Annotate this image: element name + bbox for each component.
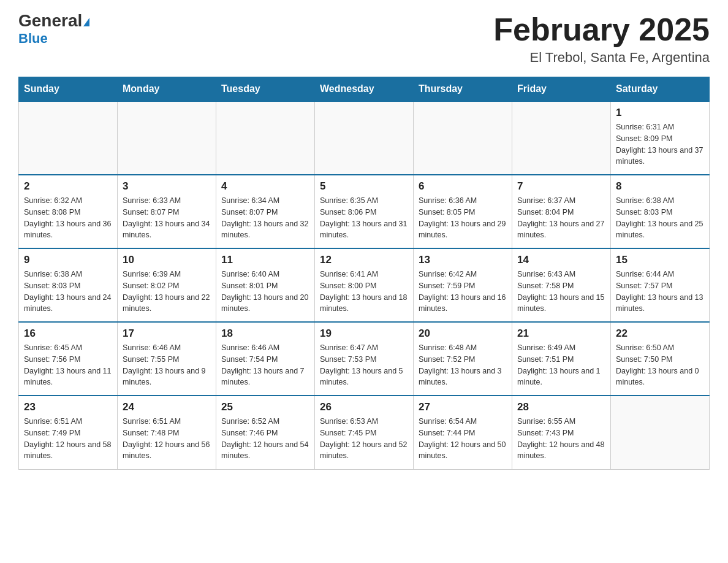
header-row: Sunday Monday Tuesday Wednesday Thursday… [19, 77, 710, 102]
title-block: February 2025 El Trebol, Santa Fe, Argen… [493, 12, 710, 66]
day-info: Sunrise: 6:49 AM Sunset: 7:51 PM Dayligh… [517, 342, 605, 388]
calendar-day-cell: 1Sunrise: 6:31 AM Sunset: 8:09 PM Daylig… [611, 101, 710, 175]
calendar-day-cell: 12Sunrise: 6:41 AM Sunset: 8:00 PM Dayli… [315, 248, 414, 322]
day-info: Sunrise: 6:32 AM Sunset: 8:08 PM Dayligh… [24, 195, 112, 241]
day-info: Sunrise: 6:41 AM Sunset: 8:00 PM Dayligh… [320, 269, 408, 315]
calendar-day-cell: 5Sunrise: 6:35 AM Sunset: 8:06 PM Daylig… [315, 175, 414, 248]
calendar-table: Sunday Monday Tuesday Wednesday Thursday… [18, 77, 710, 470]
logo: General Blue [18, 12, 89, 47]
day-number: 20 [419, 327, 507, 340]
day-number: 27 [419, 401, 507, 413]
day-number: 6 [419, 180, 507, 193]
day-number: 13 [419, 254, 507, 266]
calendar-day-cell: 27Sunrise: 6:54 AM Sunset: 7:44 PM Dayli… [414, 396, 512, 469]
calendar-day-cell: 16Sunrise: 6:45 AM Sunset: 7:56 PM Dayli… [19, 322, 118, 396]
calendar-day-cell [19, 101, 118, 175]
calendar-day-cell: 15Sunrise: 6:44 AM Sunset: 7:57 PM Dayli… [611, 248, 710, 322]
col-monday: Monday [118, 77, 216, 102]
day-info: Sunrise: 6:54 AM Sunset: 7:44 PM Dayligh… [419, 416, 507, 462]
day-info: Sunrise: 6:39 AM Sunset: 8:02 PM Dayligh… [123, 269, 211, 315]
day-info: Sunrise: 6:55 AM Sunset: 7:43 PM Dayligh… [517, 416, 605, 462]
day-info: Sunrise: 6:33 AM Sunset: 8:07 PM Dayligh… [123, 195, 211, 241]
calendar-day-cell: 10Sunrise: 6:39 AM Sunset: 8:02 PM Dayli… [118, 248, 216, 322]
day-number: 16 [24, 327, 112, 340]
col-friday: Friday [512, 77, 611, 102]
col-wednesday: Wednesday [315, 77, 414, 102]
col-thursday: Thursday [414, 77, 512, 102]
day-number: 24 [123, 401, 211, 413]
day-number: 11 [221, 254, 309, 266]
calendar-week-row: 16Sunrise: 6:45 AM Sunset: 7:56 PM Dayli… [19, 322, 710, 396]
calendar-title: February 2025 [493, 12, 710, 47]
calendar-day-cell: 13Sunrise: 6:42 AM Sunset: 7:59 PM Dayli… [414, 248, 512, 322]
calendar-day-cell [216, 101, 315, 175]
day-number: 5 [320, 180, 408, 193]
calendar-day-cell: 19Sunrise: 6:47 AM Sunset: 7:53 PM Dayli… [315, 322, 414, 396]
day-number: 15 [616, 254, 704, 266]
calendar-day-cell [611, 396, 710, 469]
calendar-day-cell: 2Sunrise: 6:32 AM Sunset: 8:08 PM Daylig… [19, 175, 118, 248]
calendar-header: Sunday Monday Tuesday Wednesday Thursday… [19, 77, 710, 102]
calendar-body: 1Sunrise: 6:31 AM Sunset: 8:09 PM Daylig… [19, 101, 710, 469]
day-info: Sunrise: 6:38 AM Sunset: 8:03 PM Dayligh… [616, 195, 704, 241]
calendar-day-cell: 17Sunrise: 6:46 AM Sunset: 7:55 PM Dayli… [118, 322, 216, 396]
day-info: Sunrise: 6:51 AM Sunset: 7:49 PM Dayligh… [24, 416, 112, 462]
logo-blue: Blue [18, 31, 48, 47]
calendar-day-cell: 26Sunrise: 6:53 AM Sunset: 7:45 PM Dayli… [315, 396, 414, 469]
day-number: 23 [24, 401, 112, 413]
day-info: Sunrise: 6:44 AM Sunset: 7:57 PM Dayligh… [616, 269, 704, 315]
day-info: Sunrise: 6:46 AM Sunset: 7:54 PM Dayligh… [221, 342, 309, 388]
logo-triangle-icon [83, 18, 89, 26]
day-info: Sunrise: 6:35 AM Sunset: 8:06 PM Dayligh… [320, 195, 408, 241]
calendar-day-cell: 14Sunrise: 6:43 AM Sunset: 7:58 PM Dayli… [512, 248, 611, 322]
day-number: 10 [123, 254, 211, 266]
calendar-day-cell: 25Sunrise: 6:52 AM Sunset: 7:46 PM Dayli… [216, 396, 315, 469]
day-info: Sunrise: 6:36 AM Sunset: 8:05 PM Dayligh… [419, 195, 507, 241]
calendar-day-cell: 9Sunrise: 6:38 AM Sunset: 8:03 PM Daylig… [19, 248, 118, 322]
calendar-day-cell: 24Sunrise: 6:51 AM Sunset: 7:48 PM Dayli… [118, 396, 216, 469]
day-info: Sunrise: 6:42 AM Sunset: 7:59 PM Dayligh… [419, 269, 507, 315]
day-info: Sunrise: 6:53 AM Sunset: 7:45 PM Dayligh… [320, 416, 408, 462]
day-number: 7 [517, 180, 605, 193]
calendar-week-row: 1Sunrise: 6:31 AM Sunset: 8:09 PM Daylig… [19, 101, 710, 175]
calendar-day-cell: 20Sunrise: 6:48 AM Sunset: 7:52 PM Dayli… [414, 322, 512, 396]
day-number: 4 [221, 180, 309, 193]
calendar-day-cell: 11Sunrise: 6:40 AM Sunset: 8:01 PM Dayli… [216, 248, 315, 322]
logo-general: General [18, 12, 89, 29]
day-info: Sunrise: 6:50 AM Sunset: 7:50 PM Dayligh… [616, 342, 704, 388]
day-info: Sunrise: 6:37 AM Sunset: 8:04 PM Dayligh… [517, 195, 605, 241]
calendar-day-cell: 22Sunrise: 6:50 AM Sunset: 7:50 PM Dayli… [611, 322, 710, 396]
day-number: 19 [320, 327, 408, 340]
calendar-day-cell [315, 101, 414, 175]
day-number: 1 [616, 107, 704, 119]
calendar-subtitle: El Trebol, Santa Fe, Argentina [493, 50, 710, 66]
calendar-day-cell: 7Sunrise: 6:37 AM Sunset: 8:04 PM Daylig… [512, 175, 611, 248]
day-info: Sunrise: 6:40 AM Sunset: 8:01 PM Dayligh… [221, 269, 309, 315]
day-info: Sunrise: 6:48 AM Sunset: 7:52 PM Dayligh… [419, 342, 507, 388]
day-info: Sunrise: 6:47 AM Sunset: 7:53 PM Dayligh… [320, 342, 408, 388]
col-sunday: Sunday [19, 77, 118, 102]
day-info: Sunrise: 6:31 AM Sunset: 8:09 PM Dayligh… [616, 121, 704, 167]
page-header: General Blue February 2025 El Trebol, Sa… [18, 12, 710, 66]
day-info: Sunrise: 6:46 AM Sunset: 7:55 PM Dayligh… [123, 342, 211, 388]
day-number: 18 [221, 327, 309, 340]
day-number: 2 [24, 180, 112, 193]
calendar-day-cell [414, 101, 512, 175]
day-info: Sunrise: 6:34 AM Sunset: 8:07 PM Dayligh… [221, 195, 309, 241]
calendar-day-cell: 6Sunrise: 6:36 AM Sunset: 8:05 PM Daylig… [414, 175, 512, 248]
calendar-day-cell: 18Sunrise: 6:46 AM Sunset: 7:54 PM Dayli… [216, 322, 315, 396]
day-number: 9 [24, 254, 112, 266]
calendar-day-cell: 8Sunrise: 6:38 AM Sunset: 8:03 PM Daylig… [611, 175, 710, 248]
day-info: Sunrise: 6:51 AM Sunset: 7:48 PM Dayligh… [123, 416, 211, 462]
day-number: 14 [517, 254, 605, 266]
day-info: Sunrise: 6:38 AM Sunset: 8:03 PM Dayligh… [24, 269, 112, 315]
day-number: 22 [616, 327, 704, 340]
day-number: 12 [320, 254, 408, 266]
day-info: Sunrise: 6:45 AM Sunset: 7:56 PM Dayligh… [24, 342, 112, 388]
calendar-day-cell: 4Sunrise: 6:34 AM Sunset: 8:07 PM Daylig… [216, 175, 315, 248]
day-info: Sunrise: 6:43 AM Sunset: 7:58 PM Dayligh… [517, 269, 605, 315]
day-number: 28 [517, 401, 605, 413]
calendar-day-cell [512, 101, 611, 175]
col-saturday: Saturday [611, 77, 710, 102]
day-number: 8 [616, 180, 704, 193]
